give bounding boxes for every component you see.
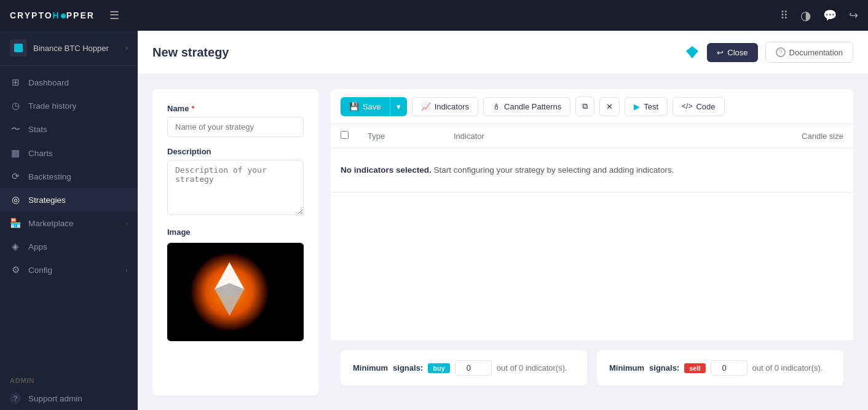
candle-patterns-button[interactable]: 🕯 Candle Patterns <box>483 97 570 116</box>
apps-icon: ◈ <box>10 241 21 252</box>
buy-signals-sub: signals: <box>393 363 423 373</box>
theme-icon[interactable]: ◑ <box>800 8 811 23</box>
support-icon: ? <box>10 393 21 404</box>
svg-marker-0 <box>686 46 698 58</box>
dropdown-chevron-icon: ▾ <box>397 102 401 111</box>
sell-signals-sub: signals: <box>649 363 679 373</box>
buy-out-of-text: out of 0 indicator(s). <box>497 363 567 373</box>
navbar-right: ⠿ ◑ 💬 ↪ <box>780 8 858 23</box>
buy-signal-input[interactable] <box>455 360 492 376</box>
page-title: New strategy <box>152 45 229 60</box>
sidebar-item-label: Trade history <box>28 101 128 111</box>
page-header: New strategy ↩ Close ? Documentation <box>138 31 868 74</box>
indicators-icon: 📈 <box>421 102 431 111</box>
sidebar-item-config[interactable]: ⚙ Config › <box>0 258 138 282</box>
docs-circle-icon: ? <box>776 47 786 57</box>
strategy-description-textarea[interactable] <box>167 160 304 215</box>
sidebar-item-label: Config <box>28 266 118 275</box>
test-button[interactable]: ▶ Test <box>625 97 668 116</box>
diamond-icon <box>685 45 700 60</box>
save-dropdown-button[interactable]: ▾ <box>390 97 407 116</box>
grid-icon[interactable]: ⠿ <box>780 9 788 22</box>
navbar: CRYPTOHPPER ☰ ⠿ ◑ 💬 ↪ <box>0 0 868 31</box>
hopper-name: Binance BTC Hopper <box>33 44 109 53</box>
sidebar-item-label: Support admin <box>28 394 128 403</box>
buy-signal-card: Minimum signals: buy out of 0 indicator(… <box>341 350 587 385</box>
sell-signal-label: Minimum <box>609 363 644 373</box>
candle-icon: 🕯 <box>492 102 500 111</box>
save-group: 💾 Save ▾ <box>341 97 407 116</box>
logout-icon[interactable]: ↪ <box>849 9 858 22</box>
sidebar-item-marketplace[interactable]: 🏪 Marketplace › <box>0 211 138 235</box>
sidebar-item-support-admin[interactable]: ? Support admin <box>0 387 138 410</box>
config-chevron: › <box>125 266 128 274</box>
buy-badge: buy <box>428 363 450 373</box>
image-preview <box>167 243 304 341</box>
name-label: Name * <box>167 104 304 113</box>
sidebar: Binance BTC Hopper › ⊞ Dashboard ◷ Trade… <box>0 31 138 410</box>
sidebar-item-label: Backtesting <box>28 172 128 181</box>
sidebar-item-label: Marketplace <box>28 219 118 228</box>
sidebar-item-apps[interactable]: ◈ Apps <box>0 235 138 258</box>
main-layout: Binance BTC Hopper › ⊞ Dashboard ◷ Trade… <box>0 31 868 410</box>
content: New strategy ↩ Close ? Documentation <box>138 31 868 410</box>
menu-icon[interactable]: ☰ <box>109 9 119 22</box>
strategy-toolbar: 💾 Save ▾ 📈 Indicators 🕯 Candle Pattern <box>331 89 853 124</box>
required-indicator: * <box>191 104 194 113</box>
dashboard-icon: ⊞ <box>10 77 21 88</box>
sidebar-nav: ⊞ Dashboard ◷ Trade history 〜 Stats ▦ Ch… <box>0 66 138 372</box>
test-play-icon: ▶ <box>634 102 640 111</box>
type-column-header: Type <box>368 132 441 141</box>
strategy-image <box>167 243 304 341</box>
documentation-button[interactable]: ? Documentation <box>765 42 853 63</box>
marketplace-chevron: › <box>125 219 128 227</box>
sell-signal-input[interactable] <box>711 360 748 376</box>
sell-badge: sell <box>684 363 705 373</box>
config-icon: ⚙ <box>10 264 21 275</box>
logo-text: CRYPTOHPPER <box>10 10 95 20</box>
sidebar-item-stats[interactable]: 〜 Stats <box>0 117 138 141</box>
indicators-header: Type Indicator Candle size <box>331 124 853 148</box>
indicators-section: Type Indicator Candle size No indicators… <box>331 124 853 341</box>
backtesting-icon: ⟳ <box>10 171 21 182</box>
sidebar-item-label: Dashboard <box>28 78 128 87</box>
sidebar-item-trade-history[interactable]: ◷ Trade history <box>0 94 138 117</box>
sidebar-item-dashboard[interactable]: ⊞ Dashboard <box>0 71 138 94</box>
delete-button[interactable]: ✕ <box>599 97 620 116</box>
close-x-icon: ✕ <box>606 102 613 111</box>
indicators-button[interactable]: 📈 Indicators <box>412 97 478 116</box>
sidebar-item-charts[interactable]: ▦ Charts <box>0 141 138 165</box>
hopper-selector[interactable]: Binance BTC Hopper › <box>0 31 138 66</box>
description-label: Description <box>167 147 304 156</box>
sell-out-of-text: out of 0 indicator(s). <box>752 363 823 373</box>
hopper-icon <box>10 39 27 57</box>
buy-signal-label: Minimum <box>353 363 388 373</box>
close-button[interactable]: ↩ Close <box>707 43 757 62</box>
select-all-checkbox[interactable] <box>341 131 349 139</box>
sidebar-item-label: Apps <box>28 242 128 251</box>
indicator-column-header: Indicator <box>454 132 733 141</box>
strategies-icon: ◎ <box>10 194 21 205</box>
sidebar-item-label: Strategies <box>28 195 128 205</box>
logo: CRYPTOHPPER <box>10 10 95 20</box>
code-icon: </> <box>682 102 692 111</box>
save-button[interactable]: 💾 Save <box>341 97 390 116</box>
save-icon: 💾 <box>349 102 359 111</box>
copy-button[interactable]: ⧉ <box>575 97 594 116</box>
sidebar-item-strategies[interactable]: ◎ Strategies <box>0 188 138 211</box>
sidebar-item-backtesting[interactable]: ⟳ Backtesting <box>0 165 138 188</box>
strategy-name-input[interactable] <box>167 117 304 137</box>
sidebar-item-label: Stats <box>28 125 128 134</box>
candle-size-column-header: Candle size <box>745 132 843 141</box>
no-indicators-message: No indicators selected. Start configurin… <box>331 148 853 192</box>
close-arrow-icon: ↩ <box>717 48 724 57</box>
code-button[interactable]: </> Code <box>673 97 724 116</box>
page-header-actions: ↩ Close ? Documentation <box>685 42 853 63</box>
admin-section-label: ADMIN <box>0 372 138 387</box>
trade-history-icon: ◷ <box>10 100 21 111</box>
charts-icon: ▦ <box>10 148 21 159</box>
sell-signal-card: Minimum signals: sell out of 0 indicator… <box>597 350 843 385</box>
signals-section: Minimum signals: buy out of 0 indicator(… <box>331 341 853 395</box>
marketplace-icon: 🏪 <box>10 218 21 229</box>
messages-icon[interactable]: 💬 <box>823 9 837 22</box>
